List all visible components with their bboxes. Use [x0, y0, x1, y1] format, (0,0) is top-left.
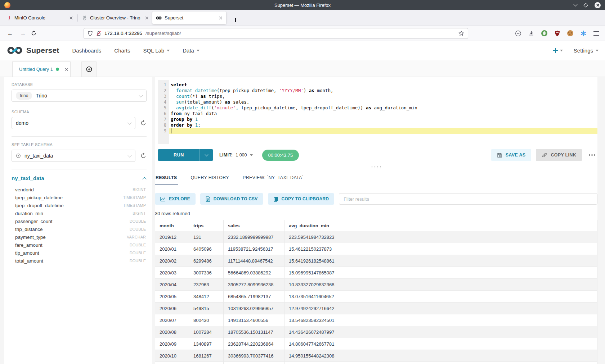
- query-tab-close-icon[interactable]: [65, 68, 68, 71]
- browser-toolbar: ← → 172.18.0.4:32295/superset/sqllab/: [0, 26, 605, 41]
- download-csv-button[interactable]: DOWNLOAD TO CSV: [200, 193, 263, 205]
- browser-tab-superset[interactable]: Superset: [152, 12, 226, 24]
- run-options-button[interactable]: [200, 149, 213, 161]
- nav-item-dashboards[interactable]: Dashboards: [72, 47, 101, 54]
- browser-tabstrip: MinIO Console Cluster Overview - Trino S…: [0, 10, 605, 26]
- back-button[interactable]: ←: [5, 30, 15, 37]
- code-line: from ny_taxi_data: [169, 111, 597, 117]
- schema-column-row: duration_minBIGINT: [12, 209, 147, 217]
- reload-button[interactable]: [31, 31, 41, 36]
- column-name: tpep_pickup_datetime: [15, 195, 63, 200]
- refresh-schemas-icon[interactable]: [140, 120, 147, 126]
- result-cell: 6405096: [189, 243, 224, 255]
- column-name: trip_distance: [15, 227, 43, 232]
- tab-close-icon[interactable]: [219, 16, 223, 20]
- tab-results[interactable]: RESULTS: [155, 172, 178, 185]
- superset-infinity-icon: [6, 46, 23, 55]
- copy-link-button[interactable]: COPY LINK: [536, 149, 582, 161]
- table-eye-icon: [16, 153, 21, 158]
- shield-permissions-icon[interactable]: [88, 31, 93, 36]
- more-options-button[interactable]: [589, 154, 595, 156]
- refresh-tables-icon[interactable]: [140, 153, 147, 159]
- result-cell: 6299486: [189, 255, 224, 267]
- column-header[interactable]: sales: [224, 220, 284, 231]
- column-header[interactable]: month: [155, 220, 189, 231]
- result-cell: 348412: [189, 291, 224, 302]
- limit-label: LIMIT:: [219, 153, 233, 158]
- result-cell: 3007336: [189, 267, 224, 279]
- result-cell: 12.974924292716642: [284, 302, 597, 314]
- column-name: duration_min: [15, 211, 43, 216]
- clipboard-icon: [273, 196, 278, 202]
- copy-clipboard-button[interactable]: COPY TO CLIPBOARD: [268, 193, 335, 205]
- column-header[interactable]: trips: [189, 220, 224, 231]
- result-cell: 2020/06: [155, 302, 189, 314]
- column-name: vendorid: [15, 187, 34, 192]
- result-cell: 6854865.719982137: [224, 291, 284, 302]
- save-as-button[interactable]: SAVE AS: [491, 149, 532, 161]
- filter-results-input[interactable]: [339, 193, 597, 205]
- column-type: DOUBLE: [130, 251, 146, 255]
- browser-tab-trino[interactable]: Cluster Overview - Trino: [79, 12, 152, 24]
- window-minimize-icon[interactable]: [573, 2, 577, 6]
- tab-title: Superset: [165, 15, 216, 21]
- superset-logo[interactable]: Superset: [6, 46, 59, 55]
- ublock-shield-icon[interactable]: [554, 30, 560, 37]
- url-bar[interactable]: 172.18.0.4:32295/superset/sqllab/: [84, 28, 468, 39]
- schema-sidebar: DATABASE trino Trino SCHEMA demo SEE TAB…: [4, 77, 152, 364]
- result-cell: 2020/02: [155, 255, 189, 267]
- cookie-extension-icon[interactable]: [567, 30, 573, 36]
- chevron-down-icon: [197, 50, 200, 51]
- tab-preview-table[interactable]: PREVIEW: `NY_TAXI_DATA`: [242, 172, 304, 185]
- database-select[interactable]: trino Trino: [12, 90, 147, 102]
- bookmark-star-icon[interactable]: [458, 31, 464, 36]
- result-cell: 2020/07: [155, 314, 189, 326]
- collapse-chevron-icon[interactable]: [142, 177, 146, 181]
- row-count-text: 30 rows returned: [155, 211, 597, 216]
- browser-tab-minio[interactable]: MinIO Console: [3, 12, 77, 24]
- result-cell: 14.436426072487997: [284, 326, 597, 338]
- minio-flamingo-icon: [6, 15, 12, 21]
- table-schema-header[interactable]: ny_taxi_data: [12, 175, 146, 181]
- privacy-extension-icon[interactable]: [541, 30, 547, 36]
- nav-item-sql-lab[interactable]: SQL Lab: [143, 47, 170, 54]
- editor-toolbar: RUN LIMIT: 1 000 00:00:43.75 SAVE AS: [158, 146, 597, 164]
- tab-close-icon[interactable]: [70, 16, 73, 20]
- tab-title: MinIO Console: [14, 15, 67, 21]
- window-maximize-icon[interactable]: [583, 3, 588, 8]
- explore-button[interactable]: EXPLORE: [155, 193, 196, 205]
- pocket-icon[interactable]: [515, 30, 521, 37]
- result-cell: 14.950155448242308: [284, 350, 597, 362]
- sql-editor[interactable]: 123456789 select format_datetime(tpep_pi…: [158, 80, 597, 144]
- sparkle-extension-icon[interactable]: [580, 30, 587, 37]
- result-row: 2020/09134089723628744.22023686414.80604…: [155, 338, 597, 350]
- tab-query-history[interactable]: QUERY HISTORY: [190, 172, 230, 185]
- pane-resize-handle[interactable]: [155, 164, 597, 170]
- tab-close-icon[interactable]: [145, 16, 149, 20]
- lock-insecure-icon[interactable]: [96, 31, 101, 36]
- new-tab-button[interactable]: [231, 16, 236, 20]
- run-button[interactable]: RUN: [158, 149, 213, 161]
- new-query-tab-button[interactable]: [81, 62, 97, 77]
- editor-code[interactable]: select format_datetime(tpep_pickup_datet…: [169, 80, 597, 144]
- column-type: TIMESTAMP: [123, 195, 146, 200]
- plus-circle-icon: [86, 66, 92, 72]
- add-new-button[interactable]: [553, 48, 563, 53]
- line-number: 5: [158, 105, 169, 111]
- result-cell: 15.46122150237873: [284, 243, 597, 255]
- superset-navbar: Superset Dashboards Charts SQL Lab Data …: [0, 41, 605, 60]
- settings-menu[interactable]: Settings: [574, 47, 599, 54]
- menu-icon[interactable]: [593, 31, 599, 36]
- limit-control[interactable]: LIMIT: 1 000: [219, 153, 253, 158]
- downloads-icon[interactable]: [528, 30, 534, 36]
- nav-item-data[interactable]: Data: [183, 47, 200, 54]
- column-header[interactable]: avg_duration_min: [284, 220, 597, 231]
- forward-button[interactable]: →: [18, 30, 28, 37]
- column-name: payment_type: [15, 235, 46, 240]
- window-close-icon[interactable]: [595, 2, 601, 8]
- column-type: BIGINT: [133, 211, 146, 215]
- nav-item-charts[interactable]: Charts: [114, 47, 130, 54]
- schema-select[interactable]: demo: [12, 117, 135, 129]
- table-select[interactable]: ny_taxi_data: [12, 150, 135, 162]
- query-tab-untitled[interactable]: Untitled Query 1: [12, 62, 71, 77]
